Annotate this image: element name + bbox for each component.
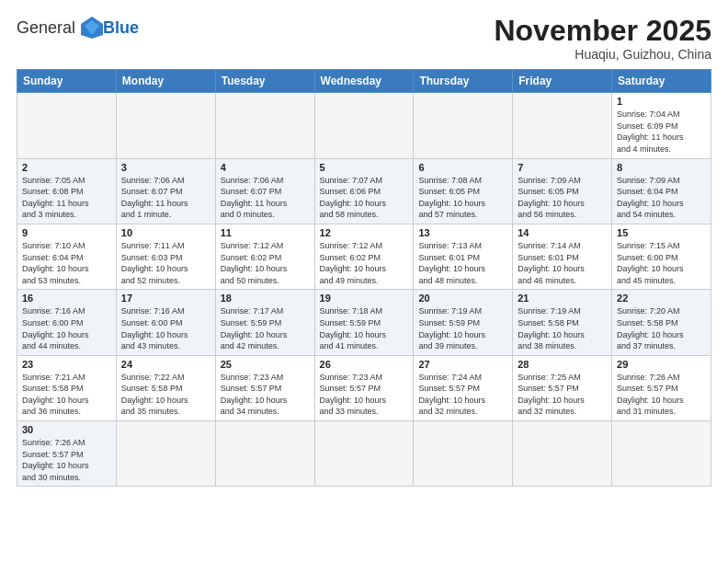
day-info: Sunrise: 7:22 AM Sunset: 5:58 PM Dayligh… xyxy=(121,372,210,418)
table-row: 6Sunrise: 7:08 AM Sunset: 6:05 PM Daylig… xyxy=(414,158,513,224)
day-info: Sunrise: 7:18 AM Sunset: 5:59 PM Dayligh… xyxy=(320,305,409,351)
day-info: Sunrise: 7:04 AM Sunset: 6:09 PM Dayligh… xyxy=(617,109,706,155)
table-row: 14Sunrise: 7:14 AM Sunset: 6:01 PM Dayli… xyxy=(513,224,612,289)
day-info: Sunrise: 7:11 AM Sunset: 6:03 PM Dayligh… xyxy=(121,240,210,286)
day-number: 13 xyxy=(418,227,507,238)
table-row: 26Sunrise: 7:23 AM Sunset: 5:57 PM Dayli… xyxy=(314,355,414,420)
table-row: 2Sunrise: 7:05 AM Sunset: 6:08 PM Daylig… xyxy=(17,158,117,224)
table-row: 7Sunrise: 7:09 AM Sunset: 6:05 PM Daylig… xyxy=(513,158,612,224)
day-number: 15 xyxy=(617,227,706,238)
table-row: 20Sunrise: 7:19 AM Sunset: 5:59 PM Dayli… xyxy=(414,290,513,355)
table-row xyxy=(314,421,414,487)
day-info: Sunrise: 7:16 AM Sunset: 6:00 PM Dayligh… xyxy=(121,305,210,351)
day-number: 21 xyxy=(518,293,607,304)
day-number: 25 xyxy=(221,359,310,370)
table-row: 15Sunrise: 7:15 AM Sunset: 6:00 PM Dayli… xyxy=(612,224,711,289)
table-row: 12Sunrise: 7:12 AM Sunset: 6:02 PM Dayli… xyxy=(314,224,414,289)
table-row: 29Sunrise: 7:26 AM Sunset: 5:57 PM Dayli… xyxy=(612,355,711,420)
day-info: Sunrise: 7:09 AM Sunset: 6:04 PM Dayligh… xyxy=(617,175,706,221)
day-number: 20 xyxy=(418,293,507,304)
header-saturday: Saturday xyxy=(612,70,711,93)
table-row: 28Sunrise: 7:25 AM Sunset: 5:57 PM Dayli… xyxy=(513,355,612,420)
table-row: 21Sunrise: 7:19 AM Sunset: 5:58 PM Dayli… xyxy=(513,290,612,355)
day-info: Sunrise: 7:06 AM Sunset: 6:07 PM Dayligh… xyxy=(121,175,210,221)
logo: General Blue xyxy=(17,15,139,40)
table-row: 9Sunrise: 7:10 AM Sunset: 6:04 PM Daylig… xyxy=(17,224,117,289)
calendar-week-row: 23Sunrise: 7:21 AM Sunset: 5:58 PM Dayli… xyxy=(17,355,711,420)
day-number: 16 xyxy=(22,293,111,304)
calendar-week-row: 2Sunrise: 7:05 AM Sunset: 6:08 PM Daylig… xyxy=(17,158,711,224)
day-number: 2 xyxy=(22,162,111,173)
day-number: 18 xyxy=(221,293,310,304)
table-row xyxy=(414,93,513,158)
table-row xyxy=(513,93,612,158)
day-number: 22 xyxy=(617,293,706,304)
table-row: 3Sunrise: 7:06 AM Sunset: 6:07 PM Daylig… xyxy=(116,158,215,224)
day-info: Sunrise: 7:21 AM Sunset: 5:58 PM Dayligh… xyxy=(22,372,111,418)
calendar-week-row: 16Sunrise: 7:16 AM Sunset: 6:00 PM Dayli… xyxy=(17,290,711,355)
day-info: Sunrise: 7:26 AM Sunset: 5:57 PM Dayligh… xyxy=(22,437,111,483)
table-row: 4Sunrise: 7:06 AM Sunset: 6:07 PM Daylig… xyxy=(215,158,314,224)
day-number: 7 xyxy=(518,162,607,173)
calendar-week-row: 30Sunrise: 7:26 AM Sunset: 5:57 PM Dayli… xyxy=(17,421,711,487)
logo-text: General xyxy=(17,19,75,36)
day-info: Sunrise: 7:06 AM Sunset: 6:07 PM Dayligh… xyxy=(221,175,310,221)
table-row: 5Sunrise: 7:07 AM Sunset: 6:06 PM Daylig… xyxy=(314,158,414,224)
table-row xyxy=(215,421,314,487)
table-row xyxy=(17,93,117,158)
day-info: Sunrise: 7:25 AM Sunset: 5:57 PM Dayligh… xyxy=(518,372,607,418)
table-row: 1Sunrise: 7:04 AM Sunset: 6:09 PM Daylig… xyxy=(612,93,711,158)
month-title: November 2025 xyxy=(494,15,711,47)
table-row xyxy=(513,421,612,487)
day-info: Sunrise: 7:14 AM Sunset: 6:01 PM Dayligh… xyxy=(518,240,607,286)
table-row: 11Sunrise: 7:12 AM Sunset: 6:02 PM Dayli… xyxy=(215,224,314,289)
table-row: 27Sunrise: 7:24 AM Sunset: 5:57 PM Dayli… xyxy=(414,355,513,420)
day-info: Sunrise: 7:17 AM Sunset: 5:59 PM Dayligh… xyxy=(221,305,310,351)
logo-icon xyxy=(79,15,105,40)
day-info: Sunrise: 7:15 AM Sunset: 6:00 PM Dayligh… xyxy=(617,240,706,286)
day-number: 10 xyxy=(121,227,210,238)
day-info: Sunrise: 7:09 AM Sunset: 6:05 PM Dayligh… xyxy=(518,175,607,221)
logo-area: General Blue xyxy=(17,15,139,40)
calendar-week-row: 1Sunrise: 7:04 AM Sunset: 6:09 PM Daylig… xyxy=(17,93,711,158)
day-number: 17 xyxy=(121,293,210,304)
header-tuesday: Tuesday xyxy=(215,70,314,93)
day-info: Sunrise: 7:13 AM Sunset: 6:01 PM Dayligh… xyxy=(418,240,507,286)
day-info: Sunrise: 7:19 AM Sunset: 5:59 PM Dayligh… xyxy=(418,305,507,351)
day-info: Sunrise: 7:08 AM Sunset: 6:05 PM Dayligh… xyxy=(418,175,507,221)
day-info: Sunrise: 7:10 AM Sunset: 6:04 PM Dayligh… xyxy=(22,240,111,286)
day-number: 29 xyxy=(617,359,706,370)
table-row xyxy=(116,421,215,487)
day-number: 26 xyxy=(320,359,409,370)
calendar-week-row: 9Sunrise: 7:10 AM Sunset: 6:04 PM Daylig… xyxy=(17,224,711,289)
table-row: 18Sunrise: 7:17 AM Sunset: 5:59 PM Dayli… xyxy=(215,290,314,355)
day-number: 11 xyxy=(221,227,310,238)
calendar-table: Sunday Monday Tuesday Wednesday Thursday… xyxy=(17,69,711,487)
table-row: 19Sunrise: 7:18 AM Sunset: 5:59 PM Dayli… xyxy=(314,290,414,355)
table-row: 16Sunrise: 7:16 AM Sunset: 6:00 PM Dayli… xyxy=(17,290,117,355)
table-row xyxy=(612,421,711,487)
day-info: Sunrise: 7:20 AM Sunset: 5:58 PM Dayligh… xyxy=(617,305,706,351)
table-row: 17Sunrise: 7:16 AM Sunset: 6:00 PM Dayli… xyxy=(116,290,215,355)
day-info: Sunrise: 7:23 AM Sunset: 5:57 PM Dayligh… xyxy=(320,372,409,418)
table-row: 23Sunrise: 7:21 AM Sunset: 5:58 PM Dayli… xyxy=(17,355,117,420)
location: Huaqiu, Guizhou, China xyxy=(494,47,711,62)
table-row: 13Sunrise: 7:13 AM Sunset: 6:01 PM Dayli… xyxy=(414,224,513,289)
day-number: 6 xyxy=(418,162,507,173)
page-header: General Blue November 2025 Huaqiu, Guizh… xyxy=(17,15,711,62)
day-number: 1 xyxy=(617,96,706,107)
header-monday: Monday xyxy=(116,70,215,93)
day-info: Sunrise: 7:07 AM Sunset: 6:06 PM Dayligh… xyxy=(320,175,409,221)
day-number: 12 xyxy=(320,227,409,238)
logo-blue-text: Blue xyxy=(103,19,139,36)
header-thursday: Thursday xyxy=(414,70,513,93)
table-row: 24Sunrise: 7:22 AM Sunset: 5:58 PM Dayli… xyxy=(116,355,215,420)
day-number: 14 xyxy=(518,227,607,238)
day-number: 19 xyxy=(320,293,409,304)
day-info: Sunrise: 7:24 AM Sunset: 5:57 PM Dayligh… xyxy=(418,372,507,418)
header-sunday: Sunday xyxy=(17,70,117,93)
header-wednesday: Wednesday xyxy=(314,70,414,93)
day-number: 30 xyxy=(22,424,111,435)
day-number: 24 xyxy=(121,359,210,370)
day-number: 3 xyxy=(121,162,210,173)
